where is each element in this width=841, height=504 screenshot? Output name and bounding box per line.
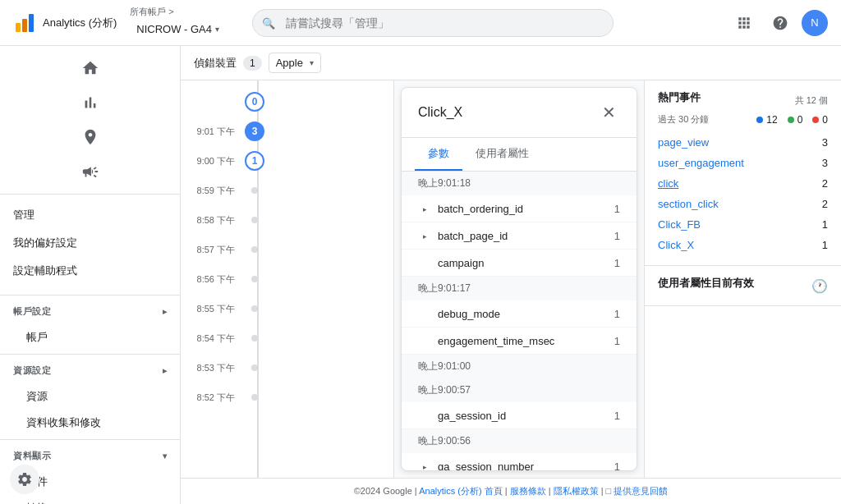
- event-detail-title: Click_X: [418, 105, 462, 120]
- timeline-dot: [251, 335, 258, 341]
- event-list-item: Click_FB 1: [658, 214, 828, 235]
- param-row: ga_session_id 1: [402, 402, 636, 429]
- apps-icon-button[interactable]: [729, 8, 759, 38]
- user-props-title: 使用者屬性目前有效: [658, 276, 754, 291]
- chevron-right-icon: [163, 307, 168, 316]
- event-name-user-engagement[interactable]: user_engagement: [658, 157, 744, 169]
- event-name-click-fb[interactable]: Click_FB: [658, 218, 701, 231]
- nav-my-preferences[interactable]: 我的偏好設定: [0, 229, 173, 257]
- device-badge: 1: [243, 56, 262, 71]
- nav-advertising[interactable]: [75, 156, 106, 187]
- help-circle-icon: [772, 15, 788, 31]
- tab-params[interactable]: 參數: [415, 138, 462, 171]
- param-value: 1: [614, 230, 620, 242]
- event-timestamp: 晚上9:01:17: [402, 277, 636, 300]
- nav-reports[interactable]: [75, 87, 106, 118]
- events-total: 共 12 個: [795, 94, 828, 107]
- event-count: 1: [822, 239, 828, 251]
- footer-link-feedback[interactable]: □ 提供意見回饋: [606, 486, 669, 496]
- event-count: 3: [822, 157, 828, 169]
- param-name: ga_session_id: [438, 410, 614, 422]
- event-timestamp: 晚上9:00:57: [402, 378, 636, 402]
- svg-rect-2: [29, 14, 34, 32]
- param-name: batch_page_id: [438, 230, 614, 242]
- stat-red: 0: [812, 114, 828, 126]
- expand-icon[interactable]: [418, 202, 431, 215]
- timeline-time: 8:57 下午: [187, 244, 245, 256]
- event-list: page_view 3 user_engagement 3 click 2: [658, 132, 828, 255]
- event-name-click-x[interactable]: Click_X: [658, 239, 694, 251]
- user-avatar[interactable]: N: [802, 10, 828, 36]
- main-layout: 管理 我的偏好設定 設定輔助程式 帳戶設定 帳戶 資源設定 資源: [0, 46, 841, 504]
- expand-icon[interactable]: [418, 460, 431, 470]
- nav-explore[interactable]: [75, 121, 106, 153]
- event-timestamp: 晚上9:01:18: [402, 172, 636, 195]
- timeline-dot-container: 0: [245, 92, 264, 112]
- stat-green: 0: [788, 114, 803, 126]
- settings-gear-button[interactable]: [10, 465, 39, 494]
- stat-blue-dot: [756, 117, 763, 123]
- timeline-time: 8:58 下午: [187, 214, 245, 227]
- nav-admin[interactable]: 管理: [0, 201, 173, 229]
- user-props-section: 使用者屬性目前有效 🕐: [645, 266, 841, 306]
- param-value: 1: [614, 410, 620, 422]
- param-name: debug_mode: [438, 308, 614, 320]
- timeline-badge-1[interactable]: 1: [245, 151, 264, 171]
- footer-link-privacy[interactable]: 隱私權政策: [554, 486, 599, 496]
- event-count: 2: [822, 198, 828, 210]
- event-name-section-click[interactable]: section_click: [658, 198, 719, 210]
- timeline-time: 8:59 下午: [187, 185, 245, 197]
- footer-link-analytics[interactable]: Analytics (分析) 首頁: [419, 486, 502, 496]
- param-name: engagement_time_msec: [438, 335, 614, 347]
- chevron-down-icon: [215, 25, 219, 34]
- search-input[interactable]: [252, 9, 614, 37]
- timeline-row: 9:01 下午 3: [181, 117, 393, 146]
- timeline-row: 8:58 下午: [181, 205, 393, 235]
- event-count: 1: [822, 218, 828, 231]
- timeline-row: 9:00 下午 1: [181, 146, 393, 176]
- event-count: 3: [822, 136, 828, 149]
- timeline-row: 8:55 下午: [181, 294, 393, 323]
- param-row: debug_mode 1: [402, 300, 636, 328]
- home-icon: [81, 59, 99, 77]
- nav-conversion[interactable]: 轉換: [0, 495, 173, 504]
- help-icon-button[interactable]: [765, 8, 795, 38]
- timeline-badge-3[interactable]: 3: [245, 121, 264, 141]
- nav-account[interactable]: 帳戶: [0, 324, 173, 351]
- nav-data-collection[interactable]: 資料收集和修改: [0, 410, 173, 436]
- close-icon-button[interactable]: ✕: [597, 101, 620, 124]
- param-name: batch_ordering_id: [438, 203, 614, 215]
- expand-icon[interactable]: [418, 229, 431, 242]
- timeline-dot: [251, 246, 258, 253]
- param-value: 1: [614, 203, 620, 215]
- device-name: Apple: [276, 57, 303, 69]
- event-detail-tabs: 參數 使用者屬性: [402, 138, 636, 172]
- timeline-time: 8:52 下午: [187, 392, 245, 404]
- footer-copyright: ©2024 Google: [354, 486, 412, 496]
- nav-setup-assistant[interactable]: 設定輔助程式: [0, 257, 173, 285]
- footer-link-terms[interactable]: 服務條款: [510, 486, 546, 496]
- event-detail-header: Click_X ✕: [402, 88, 636, 138]
- events-section: 熱門事件 共 12 個 過去 30 分鐘 12 0: [645, 80, 841, 266]
- search-container: 🔍: [252, 9, 710, 37]
- account-settings-group[interactable]: 帳戶設定: [0, 299, 180, 324]
- property-selector[interactable]: NICROW - GA4: [130, 18, 226, 40]
- timeline-dot-container: [245, 187, 264, 194]
- event-count: 2: [822, 177, 828, 190]
- expand-icon-placeholder: [418, 334, 431, 347]
- stat-green-count: 0: [797, 114, 803, 126]
- event-name-click[interactable]: click: [658, 177, 678, 190]
- tab-user-props[interactable]: 使用者屬性: [462, 138, 542, 171]
- nav-home[interactable]: [75, 53, 106, 84]
- admin-label: 管理: [13, 208, 34, 222]
- timeline-badge-0[interactable]: 0: [245, 92, 264, 112]
- stat-red-count: 0: [822, 114, 828, 126]
- resource-settings-group[interactable]: 資源設定: [0, 358, 180, 383]
- device-selector-dropdown[interactable]: Apple: [269, 53, 321, 73]
- event-detail-body: 晚上9:01:18 batch_ordering_id 1 batch_page…: [402, 172, 636, 470]
- event-name-page-view[interactable]: page_view: [658, 136, 709, 149]
- content-area: 偵錯裝置 1 Apple 0 9:01 下: [181, 46, 841, 504]
- nav-resource[interactable]: 資源: [0, 383, 173, 410]
- timeline-dot: [251, 364, 258, 371]
- timeline-row: 8:52 下午: [181, 383, 393, 412]
